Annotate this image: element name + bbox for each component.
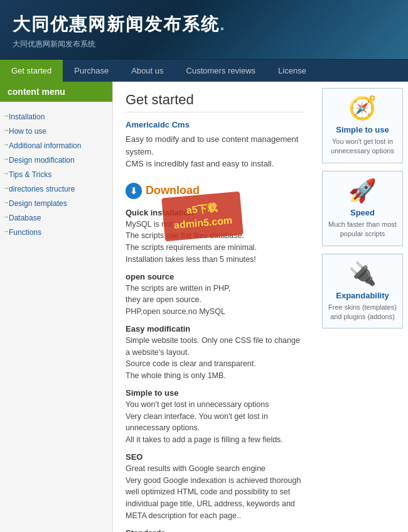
sidebar-menu-item: Database <box>0 210 112 225</box>
card-icon: 🚀 <box>328 178 397 204</box>
section-content: The scripts are written in PHP,they are … <box>126 283 304 318</box>
card-desc: Free skins (templates) and plugins (addo… <box>328 303 397 322</box>
section-title: Easy modificatin <box>126 324 304 334</box>
section-title: SEO <box>126 452 304 462</box>
feature-card: 🧭Simple to useYou won't get lost in unne… <box>322 88 403 163</box>
card-icon: 🧭 <box>328 95 397 121</box>
content-section: Quick installationMySQL is not required.… <box>126 208 304 266</box>
content-section: open sourceThe scripts are written in PH… <box>126 272 304 318</box>
content-section: SEOGreat results with Google search engi… <box>126 452 304 522</box>
content-section: StandardsXHTML 1.1, CSS, WAI and UTF-8 c… <box>126 528 304 533</box>
nav-link[interactable]: Get started <box>0 60 63 82</box>
card-title: Speed <box>328 208 397 217</box>
nav-item: Purchase <box>63 60 120 82</box>
card-icon: 🔌 <box>328 261 397 287</box>
sidebar-item-link[interactable]: directories structure <box>9 185 75 193</box>
nav-item: License <box>267 60 318 82</box>
nav-item: Customers reviews <box>175 60 267 82</box>
page-title: Get started <box>126 92 304 112</box>
nav-link[interactable]: About us <box>120 60 174 82</box>
intro-text: Easy to modify and to use content manage… <box>126 133 304 170</box>
section-title: open source <box>126 272 304 281</box>
sidebar-menu: InstallationHow to useAdditional informa… <box>0 107 112 242</box>
cms-name: Americaidc Cms <box>126 120 304 129</box>
sidebar-menu-item: Additional information <box>0 138 112 153</box>
section-content: Simple website tools. Only one CSS file … <box>126 335 304 382</box>
card-desc: Much faster than most popular scripts <box>328 220 397 239</box>
nav-item: About us <box>120 60 174 82</box>
download-button[interactable]: ⬇ Download <box>126 183 200 199</box>
sidebar-title: content menu <box>0 82 112 102</box>
sidebar: content menu InstallationHow to useAddit… <box>0 82 113 532</box>
card-title: Expandability <box>328 291 397 300</box>
content-area: content menu InstallationHow to useAddit… <box>0 82 408 532</box>
sidebar-item-link[interactable]: Tips & Tricks <box>9 170 51 179</box>
sidebar-menu-item: Design modification <box>0 153 112 167</box>
section-title: Quick installation <box>126 208 304 217</box>
card-desc: You won't get lost in unnecessary option… <box>328 137 397 156</box>
site-title: 大同优惠网新闻发布系统. <box>13 13 395 36</box>
sidebar-item-link[interactable]: Functions <box>9 228 41 237</box>
nav-link[interactable]: Customers reviews <box>175 60 267 82</box>
content-section: Easy modificatinSimple website tools. On… <box>126 324 304 382</box>
nav-link[interactable]: License <box>267 60 318 82</box>
site-subtitle: 大同优惠网新闻发布系统 <box>13 39 395 50</box>
nav-list: Get startedPurchaseAbout usCustomers rev… <box>0 60 408 82</box>
right-cards: 🧭Simple to useYou won't get lost in unne… <box>317 82 408 532</box>
nav-bar: Get startedPurchaseAbout usCustomers rev… <box>0 59 408 82</box>
sidebar-menu-item: Functions <box>0 225 112 239</box>
sections-container: Quick installationMySQL is not required.… <box>126 208 304 533</box>
sidebar-menu-item: Installation <box>0 109 112 124</box>
sidebar-menu-item: directories structure <box>0 182 112 196</box>
section-content: MySQL is not required.The scripts use fl… <box>126 219 304 266</box>
sidebar-item-link[interactable]: How to use <box>9 127 46 136</box>
section-title: Simple to use <box>126 388 304 398</box>
download-icon: ⬇ <box>126 183 142 199</box>
sidebar-menu-item: Tips & Tricks <box>0 167 112 182</box>
feature-card: 🔌ExpandabilityFree skins (templates) and… <box>322 254 403 329</box>
sidebar-item-link[interactable]: Design templates <box>9 199 67 208</box>
nav-link[interactable]: Purchase <box>63 60 120 82</box>
sidebar-menu-item: Design templates <box>0 196 112 210</box>
header: 大同优惠网新闻发布系统. 大同优惠网新闻发布系统 <box>0 0 408 59</box>
section-content: You won't get lost in unnecessary option… <box>126 399 304 446</box>
sidebar-item-link[interactable]: Installation <box>9 112 45 121</box>
feature-card: 🚀SpeedMuch faster than most popular scri… <box>322 171 403 246</box>
nav-item: Get started <box>0 60 63 82</box>
main-content: Get started Americaidc Cms Easy to modif… <box>113 82 317 532</box>
section-content: Great results with Google search engineV… <box>126 463 304 522</box>
sidebar-item-link[interactable]: Database <box>9 214 41 222</box>
sidebar-item-link[interactable]: Design modification <box>9 156 75 165</box>
sidebar-item-link[interactable]: Additional information <box>9 141 81 150</box>
sidebar-menu-item: How to use <box>0 124 112 138</box>
section-title: Standards <box>126 528 304 533</box>
content-section: Simple to useYou won't get lost in unnec… <box>126 388 304 446</box>
card-title: Simple to use <box>328 125 397 134</box>
